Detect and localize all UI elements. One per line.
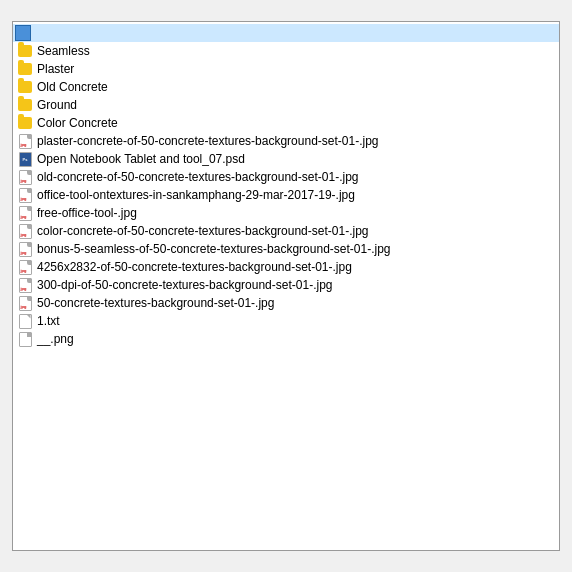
jpg-file-icon: jpg	[17, 277, 33, 293]
item-label: old-concrete-of-50-concrete-textures-bac…	[37, 170, 359, 184]
list-item[interactable]: jpg 4256x2832-of-50-concrete-textures-ba…	[13, 258, 559, 276]
item-label: 300-dpi-of-50-concrete-textures-backgrou…	[37, 278, 332, 292]
txt-file-icon	[17, 313, 33, 329]
list-item[interactable]: Ground	[13, 96, 559, 114]
list-item[interactable]: jpg bonus-5-seamless-of-50-concrete-text…	[13, 240, 559, 258]
list-item[interactable]: jpg office-tool-ontextures-in-sankamphan…	[13, 186, 559, 204]
item-label: Ground	[37, 98, 77, 112]
item-label: color-concrete-of-50-concrete-textures-b…	[37, 224, 368, 238]
jpg-file-icon: jpg	[17, 133, 33, 149]
list-item[interactable]: __.png	[13, 330, 559, 348]
folder-icon	[17, 61, 33, 77]
item-label: Plaster	[37, 62, 74, 76]
folder-icon	[17, 115, 33, 131]
item-label: Seamless	[37, 44, 90, 58]
jpg-file-icon: jpg	[17, 295, 33, 311]
list-item[interactable]: jpg 300-dpi-of-50-concrete-textures-back…	[13, 276, 559, 294]
item-label: free-office-tool-.jpg	[37, 206, 137, 220]
file-explorer-window[interactable]: Seamless Plaster Old Concrete Ground	[12, 21, 560, 551]
list-item[interactable]: Ps Open Notebook Tablet and tool_07.psd	[13, 150, 559, 168]
jpg-file-icon: jpg	[17, 169, 33, 185]
item-label: office-tool-ontextures-in-sankamphang-29…	[37, 188, 355, 202]
list-item[interactable]: jpg old-concrete-of-50-concrete-textures…	[13, 168, 559, 186]
folder-icon	[17, 43, 33, 59]
folder-icon	[17, 79, 33, 95]
item-label: 50-concrete-textures-background-set-01-.…	[37, 296, 274, 310]
item-label: plaster-concrete-of-50-concrete-textures…	[37, 134, 379, 148]
item-label: Color Concrete	[37, 116, 118, 130]
list-item[interactable]: 1.txt	[13, 312, 559, 330]
item-label: bonus-5-seamless-of-50-concrete-textures…	[37, 242, 391, 256]
jpg-file-icon: jpg	[17, 205, 33, 221]
item-label: 4256x2832-of-50-concrete-textures-backgr…	[37, 260, 352, 274]
list-item[interactable]: jpg 50-concrete-textures-background-set-…	[13, 294, 559, 312]
item-label: Open Notebook Tablet and tool_07.psd	[37, 152, 245, 166]
list-item[interactable]: Old Concrete	[13, 78, 559, 96]
item-label: __.png	[37, 332, 74, 346]
psd-file-icon: Ps	[17, 151, 33, 167]
item-label: Old Concrete	[37, 80, 108, 94]
jpg-file-icon: jpg	[17, 223, 33, 239]
list-item[interactable]	[13, 24, 559, 42]
list-item[interactable]: jpg free-office-tool-.jpg	[13, 204, 559, 222]
item-label: 1.txt	[37, 314, 60, 328]
list-item[interactable]: jpg color-concrete-of-50-concrete-textur…	[13, 222, 559, 240]
jpg-file-icon: jpg	[17, 259, 33, 275]
list-item[interactable]: Seamless	[13, 42, 559, 60]
folder-selected-icon	[17, 25, 33, 41]
list-item[interactable]: Color Concrete	[13, 114, 559, 132]
list-item[interactable]: jpg plaster-concrete-of-50-concrete-text…	[13, 132, 559, 150]
jpg-file-icon: jpg	[17, 241, 33, 257]
folder-icon	[17, 97, 33, 113]
png-file-icon	[17, 331, 33, 347]
list-item[interactable]: Plaster	[13, 60, 559, 78]
jpg-file-icon: jpg	[17, 187, 33, 203]
file-list: Seamless Plaster Old Concrete Ground	[13, 22, 559, 350]
